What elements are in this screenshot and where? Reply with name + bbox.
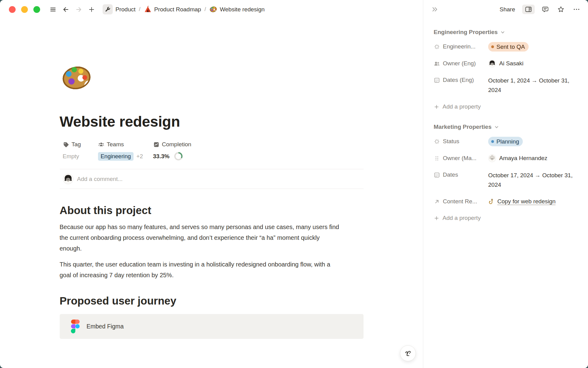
property-label: Tag [72,141,81,148]
breadcrumb-item-website-redesign[interactable]: Website redesign [208,5,266,14]
property-tag-header[interactable]: Tag [63,140,98,148]
status-badge-sent-to-qa[interactable]: Sent to QA [488,42,529,52]
divider [60,189,364,189]
heading-about-this-project[interactable]: About this project [60,204,364,217]
add-property-label: Add a property [443,103,481,110]
property-label-text: Status [443,138,459,145]
back-arrow-icon [62,6,70,13]
property-label[interactable]: Owner (Ma... [434,154,488,163]
status-badge-planning[interactable]: Planning [488,137,523,146]
main-area: Product / Product Roadmap / Website rede… [0,0,423,368]
page-content: Website redesign Tag Empty Teams [60,19,364,368]
property-label-text: Dates [443,171,458,178]
property-row-status: Status Planning [434,133,580,150]
comment-row[interactable]: Add a comment... [60,169,364,189]
figma-embed-block[interactable]: Embed Figma [60,314,364,339]
maximize-button[interactable] [33,6,40,13]
favorite-button[interactable] [556,5,566,14]
status-burst-icon [434,44,440,50]
property-value[interactable]: October 17, 2024 → October 31, 2024 [488,170,580,190]
property-label[interactable]: Dates (Eng) [434,75,488,85]
status-dot [491,140,494,143]
embed-figma-label: Embed Figma [87,323,124,330]
completion-percent: 33.3% [153,153,170,160]
new-page-button[interactable] [87,5,96,14]
property-label[interactable]: Status [434,137,488,146]
group-header-engineering-properties[interactable]: Engineering Properties [434,29,580,36]
property-value[interactable]: Copy for web redesign [488,197,580,206]
minimize-button[interactable] [21,6,28,13]
paragraph[interactable]: This quarter, the user education team is… [60,259,340,281]
status-dot [491,45,494,48]
date-range-text: October 1, 2024 → October 31, 2024 [488,75,580,95]
property-label[interactable]: Owner (Eng) [434,59,488,68]
property-tag-value[interactable]: Empty [63,151,98,161]
comment-input-placeholder[interactable]: Add a comment... [77,176,123,182]
person-ai-sasaki[interactable]: Ai Sasaki [488,59,523,67]
property-label[interactable]: Dates [434,170,488,179]
date-range-text: October 17, 2024 → October 31, 2024 [488,170,580,190]
star-icon [557,6,565,13]
ellipsis-icon [573,6,580,13]
hamburger-icon [49,6,57,13]
person-name: Amaya Hernandez [499,155,547,162]
property-label-text: Content Re... [443,198,477,205]
palette-icon [209,6,217,13]
properties-side-panel: Share Engineering Properties Engineerin.… [423,0,588,368]
property-completion-header[interactable]: Completion [153,140,191,148]
tag-icon [63,141,69,148]
more-options-button[interactable] [571,5,582,14]
notion-ai-button[interactable] [400,345,416,361]
people-icon [434,60,440,67]
heading-proposed-user-journey[interactable]: Proposed user journey [60,295,364,307]
group-header-marketing-properties[interactable]: Marketing Properties [434,124,580,130]
page-title[interactable]: Website redesign [60,113,364,130]
teams-more-count[interactable]: +2 [136,153,143,160]
badge-text: Planning [496,138,519,145]
property-completion-value[interactable]: 33.3% [153,151,191,161]
relation-link-copy-for-web-redesign[interactable]: Copy for web redesign [488,198,556,205]
property-row-engineering-status: Engineerin... Sent to QA [434,38,580,55]
person-amaya-hernandez[interactable]: Amaya Hernandez [488,154,547,162]
comment-bubble-icon [541,6,549,13]
property-value[interactable]: Amaya Hernandez [488,154,580,163]
teams-chip-engineering[interactable]: Engineering [98,152,134,161]
back-button[interactable] [61,5,71,14]
add-property-button[interactable]: Add a property [434,213,481,223]
property-tag: Tag Empty [63,140,98,161]
sidebar-menu-button[interactable] [48,5,58,14]
completion-ring [174,151,183,161]
property-label[interactable]: Engineerin... [434,42,488,51]
property-value[interactable]: October 1, 2024 → October 31, 2024 [488,75,580,95]
property-teams-value[interactable]: Engineering +2 [98,151,153,161]
add-property-button[interactable]: Add a property [434,102,481,112]
property-label[interactable]: Content Re... [434,197,488,206]
plus-icon [434,104,439,110]
chevron-down-icon [494,124,499,130]
collapse-panel-button[interactable] [430,5,439,14]
property-label: Teams [107,141,124,148]
forward-button[interactable] [74,5,84,14]
paragraph[interactable]: Because our app has so many features, an… [60,222,340,254]
page-icon-palette[interactable] [61,63,92,92]
marketing-properties-rows: Status Planning Owner (Ma... [434,133,580,210]
property-teams-header[interactable]: Teams [98,140,153,148]
toggle-side-panel-button[interactable] [522,5,535,14]
drag-handle-dots-icon [434,155,440,162]
tent-icon [144,6,152,13]
ai-face-icon [404,349,412,358]
forward-arrow-icon [75,6,82,13]
avatar [488,59,496,67]
calendar-icon [434,77,440,83]
property-row-dates: Dates October 17, 2024 → October 31, 202… [434,167,580,193]
plus-icon [434,215,439,221]
close-button[interactable] [9,6,16,13]
property-value[interactable]: Ai Sasaki [488,59,580,68]
property-value[interactable]: Sent to QA [488,42,580,52]
plus-icon [88,6,95,13]
property-value[interactable]: Planning [488,137,580,146]
breadcrumb-item-product-roadmap[interactable]: Product Roadmap [143,5,202,14]
comments-button[interactable] [540,5,550,14]
share-button[interactable]: Share [498,5,517,14]
breadcrumb-item-product[interactable]: Product [101,3,137,15]
